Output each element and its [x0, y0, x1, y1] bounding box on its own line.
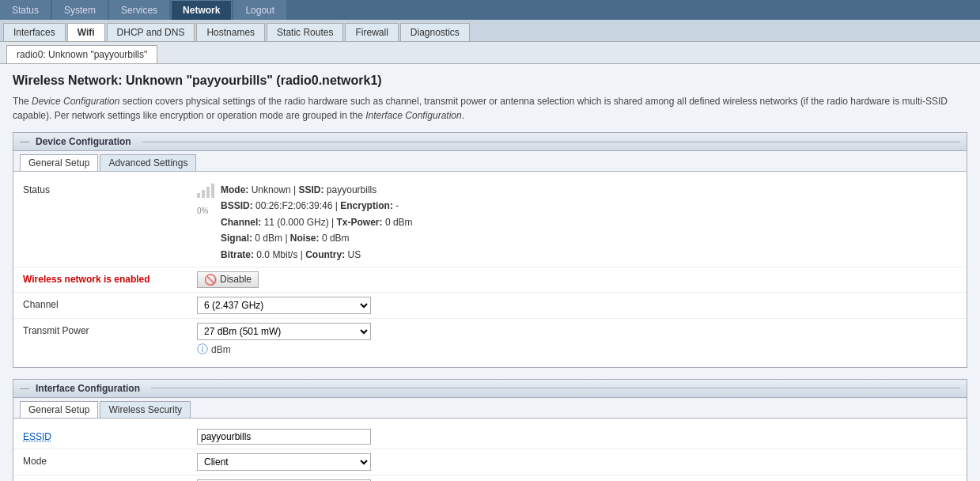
transmit-power-row: Transmit Power 27 dBm (501 mW)20 dBm (10…: [13, 319, 967, 361]
status-bitrate: 0.0 Mbit/s: [256, 249, 297, 260]
nav-logout[interactable]: Logout: [233, 0, 286, 20]
device-config-header: — Device Configuration: [13, 133, 967, 151]
device-tab-general[interactable]: General Setup: [20, 154, 98, 171]
status-info: 0% Mode: Unknown | SSID: payyourbills BS…: [197, 182, 957, 263]
signal-percent: 0%: [197, 204, 214, 218]
tab-static-routes[interactable]: Static Routes: [267, 23, 343, 41]
dbm-hint: ⓘ dBm: [197, 343, 957, 357]
signal-bars: 0%: [197, 182, 214, 218]
device-config-line: [142, 142, 960, 142]
transmit-power-select[interactable]: 27 dBm (501 mW)20 dBm (100 mW)17 dBm (50…: [197, 323, 371, 340]
status-label: Status: [23, 182, 197, 195]
page-title: Wireless Network: Unknown "payyourbills"…: [13, 74, 967, 88]
status-line5: Bitrate: 0.0 Mbit/s | Country: US: [221, 247, 413, 263]
svg-rect-2: [206, 187, 210, 198]
status-noise: 0 dBm: [322, 233, 350, 244]
main-content: Wireless Network: Unknown "payyourbills"…: [0, 64, 980, 481]
device-form: Status 0%: [13, 172, 967, 367]
mode-value: ClientAccess PointAd-Hoc: [197, 453, 957, 471]
svg-rect-3: [211, 184, 214, 198]
status-line3: Channel: 11 (0.000 GHz) | Tx-Power: 0 dB…: [221, 214, 413, 230]
nav-services[interactable]: Services: [109, 0, 169, 20]
status-enc: -: [395, 200, 399, 211]
tab-interfaces[interactable]: Interfaces: [3, 23, 66, 41]
status-details: Mode: Unknown | SSID: payyourbills BSSID…: [221, 182, 413, 263]
essid-link[interactable]: ESSID: [23, 431, 51, 442]
svg-rect-1: [202, 190, 205, 198]
status-country: US: [348, 249, 361, 260]
tab-firewall[interactable]: Firewall: [345, 23, 398, 41]
desc-italic2: Interface Configuration: [365, 110, 461, 121]
status-ssid: payyourbills: [327, 184, 376, 195]
desc-italic1: Device Configuration: [32, 96, 119, 107]
status-line2: BSSID: 00:26:F2:06:39:46 | Encryption: -: [221, 198, 413, 214]
top-nav: Status System Services Network Logout: [0, 0, 980, 20]
tab-wifi[interactable]: Wifi: [67, 23, 105, 41]
interface-config-header: — Interface Configuration: [13, 380, 967, 398]
channel-select[interactable]: 6 (2.437 GHz)1 (2.412 GHz)11 (2.462 GHz): [197, 297, 371, 314]
device-tab-advanced[interactable]: Advanced Settings: [100, 154, 196, 171]
mode-label: Mode: [23, 453, 197, 467]
channel-row: Channel 6 (2.437 GHz)1 (2.412 GHz)11 (2.…: [13, 293, 967, 319]
interface-config-section: — Interface Configuration General Setup …: [13, 379, 967, 481]
interface-config-tabs: General Setup Wireless Security: [13, 398, 967, 419]
disable-label: Disable: [220, 274, 252, 285]
device-config-tabs: General Setup Advanced Settings: [13, 151, 967, 172]
essid-input[interactable]: [197, 429, 371, 445]
device-config-title: Device Configuration: [29, 136, 138, 147]
transmit-power-label: Transmit Power: [23, 323, 197, 336]
status-line1: Mode: Unknown | SSID: payyourbills: [221, 182, 413, 198]
essid-label: ESSID: [23, 429, 197, 442]
tab-hostnames[interactable]: Hostnames: [196, 23, 265, 41]
essid-value: [197, 429, 957, 445]
status-bssid: 00:26:F2:06:39:46: [255, 200, 332, 211]
sub-nav: Interfaces Wifi DHCP and DNS Hostnames S…: [0, 20, 980, 42]
status-row: Status 0%: [13, 178, 967, 267]
desc-part2: section covers physical settings of the …: [13, 96, 948, 121]
desc-part3: .: [462, 110, 464, 121]
channel-value: 6 (2.437 GHz)1 (2.412 GHz)11 (2.462 GHz): [197, 297, 957, 314]
tab-diagnostics[interactable]: Diagnostics: [400, 23, 470, 41]
description: The Device Configuration section covers …: [13, 94, 967, 123]
nav-network[interactable]: Network: [171, 0, 232, 20]
page-tab-radio0[interactable]: radio0: Unknown "payyourbills": [6, 45, 157, 63]
dbm-label: dBm: [211, 344, 231, 355]
tab-dhcp-dns[interactable]: DHCP and DNS: [107, 23, 195, 41]
status-line4: Signal: 0 dBm | Noise: 0 dBm: [221, 230, 413, 246]
nav-status[interactable]: Status: [0, 0, 51, 20]
device-config-section: — Device Configuration General Setup Adv…: [13, 132, 967, 368]
nav-system[interactable]: System: [52, 0, 108, 20]
disable-icon: 🚫: [204, 274, 217, 286]
wireless-enabled-value: 🚫 Disable: [197, 271, 957, 288]
status-mode: Unknown: [252, 184, 291, 195]
interface-tab-general[interactable]: General Setup: [20, 401, 98, 418]
interface-config-line: [151, 388, 960, 388]
svg-rect-0: [197, 193, 200, 198]
status-channel: 11 (0.000 GHz): [264, 217, 329, 228]
interface-form: ESSID Mode ClientAccess PointAd-Hoc BSSI…: [13, 419, 967, 481]
mode-select[interactable]: ClientAccess PointAd-Hoc: [197, 453, 371, 471]
wireless-enabled-label: Wireless network is enabled: [23, 271, 197, 285]
status-value: 0% Mode: Unknown | SSID: payyourbills BS…: [197, 182, 957, 263]
wireless-enabled-row: Wireless network is enabled 🚫 Disable: [13, 267, 967, 293]
mode-row: Mode ClientAccess PointAd-Hoc: [13, 449, 967, 475]
transmit-power-value: 27 dBm (501 mW)20 dBm (100 mW)17 dBm (50…: [197, 323, 957, 357]
essid-row: ESSID: [13, 425, 967, 449]
bssid-row: BSSID: [13, 475, 967, 481]
info-icon: ⓘ: [197, 343, 208, 357]
status-txpower: 0 dBm: [385, 217, 413, 228]
disable-button[interactable]: 🚫 Disable: [197, 271, 259, 288]
status-signal: 0 dBm: [255, 233, 282, 244]
interface-tab-security[interactable]: Wireless Security: [100, 401, 191, 418]
interface-config-title: Interface Configuration: [29, 383, 146, 394]
page-tab-bar: radio0: Unknown "payyourbills": [0, 42, 980, 64]
channel-label: Channel: [23, 297, 197, 310]
